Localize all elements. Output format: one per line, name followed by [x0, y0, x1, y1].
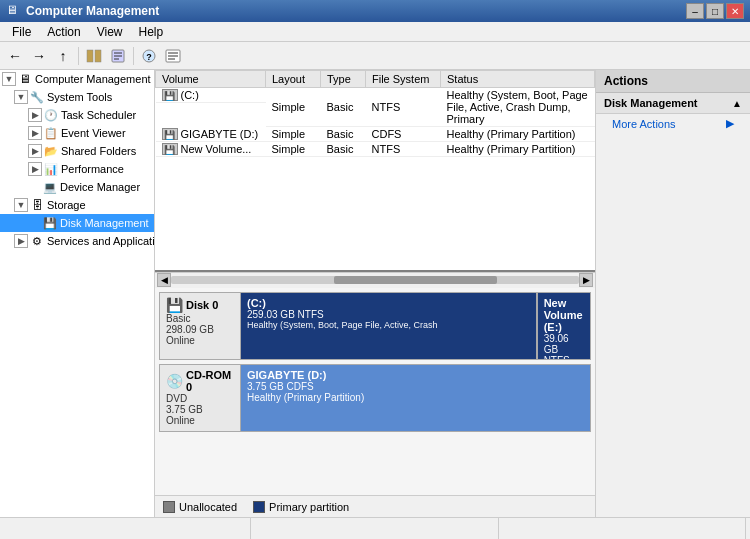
close-button[interactable]: ✕ — [726, 3, 744, 19]
services-expand[interactable]: ▶ — [14, 234, 28, 248]
col-status: Status — [441, 71, 595, 88]
menu-file[interactable]: File — [4, 23, 39, 41]
up-button[interactable]: ↑ — [52, 45, 74, 67]
volume-disk-icon: 💾 — [162, 89, 178, 101]
disk-0-title: Disk 0 — [186, 299, 218, 311]
cdrom-0-partitions: GIGABYTE (D:) 3.75 GB CDFS Healthy (Prim… — [241, 364, 591, 432]
show-hide-button[interactable] — [83, 45, 105, 67]
disk-0-partition-e[interactable]: New Volume (E:) 39.06 GB NTFS Healthy (P… — [538, 293, 590, 359]
cdrom-0-partition-d[interactable]: GIGABYTE (D:) 3.75 GB CDFS Healthy (Prim… — [241, 365, 590, 431]
right-panel: Volume Layout Type File System Status 💾 … — [155, 70, 595, 517]
menu-action[interactable]: Action — [39, 23, 88, 41]
tree-root[interactable]: ▼ Computer Management (Local — [0, 70, 154, 88]
disk-0-partition-c[interactable]: (C:) 259.03 GB NTFS Healthy (System, Boo… — [241, 293, 538, 359]
status-segment-1 — [4, 518, 251, 539]
maximize-button[interactable]: □ — [706, 3, 724, 19]
cell-status: Healthy (System, Boot, Page File, Active… — [441, 88, 595, 127]
legend-primary-swatch — [253, 501, 265, 513]
sidebar-item-performance[interactable]: ▶ Performance — [0, 160, 154, 178]
sidebar-item-device-manager[interactable]: Device Manager — [0, 178, 154, 196]
help-button[interactable]: ? — [138, 45, 160, 67]
svg-rect-0 — [87, 50, 93, 62]
legend-primary-label: Primary partition — [269, 501, 349, 513]
actions-section-title[interactable]: Disk Management ▲ — [596, 93, 750, 114]
sidebar-item-event-viewer[interactable]: ▶ Event Viewer — [0, 124, 154, 142]
system-tools-expand[interactable]: ▼ — [14, 90, 28, 104]
cell-filesystem: NTFS — [366, 88, 441, 127]
legend-unallocated-label: Unallocated — [179, 501, 237, 513]
storage-expand[interactable]: ▼ — [14, 198, 28, 212]
device-manager-icon — [42, 179, 58, 195]
tree-root-label: Computer Management (Local — [35, 73, 155, 85]
task-scheduler-label: Task Scheduler — [61, 109, 136, 121]
col-filesystem: File System — [366, 71, 441, 88]
export-button[interactable] — [162, 45, 184, 67]
col-layout: Layout — [266, 71, 321, 88]
status-bar — [0, 517, 750, 539]
services-icon — [29, 233, 45, 249]
menu-bar: File Action View Help — [0, 22, 750, 42]
cell-status: Healthy (Primary Partition) — [441, 127, 595, 142]
device-manager-label: Device Manager — [60, 181, 140, 193]
title-bar-buttons: – □ ✕ — [686, 3, 744, 19]
disk-panels: 💾 Disk 0 Basic 298.09 GB Online (C:) 259… — [155, 288, 595, 496]
disk-0-label: 💾 Disk 0 Basic 298.09 GB Online — [159, 292, 241, 360]
cdrom-0-status: Online — [166, 415, 234, 426]
title-bar: Computer Management – □ ✕ — [0, 0, 750, 22]
app-icon — [6, 3, 22, 19]
table-row[interactable]: 💾 (C:) Simple Basic NTFS Healthy (System… — [156, 88, 595, 127]
scroll-left-button[interactable]: ◀ — [157, 273, 171, 287]
left-panel: ▼ Computer Management (Local ▼ 🔧 System … — [0, 70, 155, 517]
cell-status: Healthy (Primary Partition) — [441, 142, 595, 157]
partition-c-size: 259.03 GB NTFS — [247, 309, 530, 320]
partition-d-status: Healthy (Primary Partition) — [247, 392, 584, 403]
back-button[interactable]: ← — [4, 45, 26, 67]
partition-c-title: (C:) — [247, 297, 530, 309]
sidebar-item-shared-folders[interactable]: ▶ Shared Folders — [0, 142, 154, 160]
performance-expand[interactable]: ▶ — [28, 162, 42, 176]
performance-label: Performance — [61, 163, 124, 175]
sidebar-item-disk-management[interactable]: Disk Management — [0, 214, 154, 232]
disk-0-drive-icon: 💾 — [166, 297, 183, 313]
event-viewer-expand[interactable]: ▶ — [28, 126, 42, 140]
system-tools-icon: 🔧 — [29, 89, 45, 105]
volume-disk-icon: 💾 — [162, 143, 178, 155]
scroll-thumb[interactable] — [334, 276, 497, 284]
shared-folders-expand[interactable]: ▶ — [28, 144, 42, 158]
cell-type: Basic — [321, 142, 366, 157]
actions-disk-management-title: Disk Management — [604, 97, 698, 109]
toolbar-separator-1 — [78, 47, 79, 65]
horizontal-scrollbar[interactable]: ◀ ▶ — [155, 272, 595, 288]
sidebar-item-storage[interactable]: ▼ Storage — [0, 196, 154, 214]
volume-disk-icon: 💾 — [162, 128, 178, 140]
table-row[interactable]: 💾 GIGABYTE (D:) Simple Basic CDFS Health… — [156, 127, 595, 142]
sidebar-item-task-scheduler[interactable]: ▶ Task Scheduler — [0, 106, 154, 124]
computer-icon — [17, 71, 33, 87]
event-viewer-label: Event Viewer — [61, 127, 126, 139]
scroll-track[interactable] — [171, 276, 579, 284]
col-volume: Volume — [156, 71, 266, 88]
disk-management-label: Disk Management — [60, 217, 149, 229]
storage-label: Storage — [47, 199, 86, 211]
actions-more-link[interactable]: More Actions ▶ — [596, 114, 750, 133]
partition-c-status: Healthy (System, Boot, Page File, Active… — [247, 320, 530, 330]
table-row[interactable]: 💾 New Volume... Simple Basic NTFS Health… — [156, 142, 595, 157]
cdrom-0-title: CD-ROM 0 — [186, 369, 234, 393]
partition-d-size: 3.75 GB CDFS — [247, 381, 584, 392]
scroll-right-button[interactable]: ▶ — [579, 273, 593, 287]
cdrom-0-type: DVD — [166, 393, 234, 404]
services-label: Services and Applications — [47, 235, 155, 247]
expand-icon[interactable]: ▼ — [2, 72, 16, 86]
sidebar-item-services[interactable]: ▶ Services and Applications — [0, 232, 154, 250]
actions-expand-icon: ▲ — [732, 98, 742, 109]
menu-view[interactable]: View — [89, 23, 131, 41]
properties-button[interactable] — [107, 45, 129, 67]
partition-d-title: GIGABYTE (D:) — [247, 369, 584, 381]
sidebar-item-system-tools[interactable]: ▼ 🔧 System Tools — [0, 88, 154, 106]
cell-layout: Simple — [266, 127, 321, 142]
forward-button[interactable]: → — [28, 45, 50, 67]
task-scheduler-expand[interactable]: ▶ — [28, 108, 42, 122]
shared-folders-label: Shared Folders — [61, 145, 136, 157]
menu-help[interactable]: Help — [131, 23, 172, 41]
minimize-button[interactable]: – — [686, 3, 704, 19]
